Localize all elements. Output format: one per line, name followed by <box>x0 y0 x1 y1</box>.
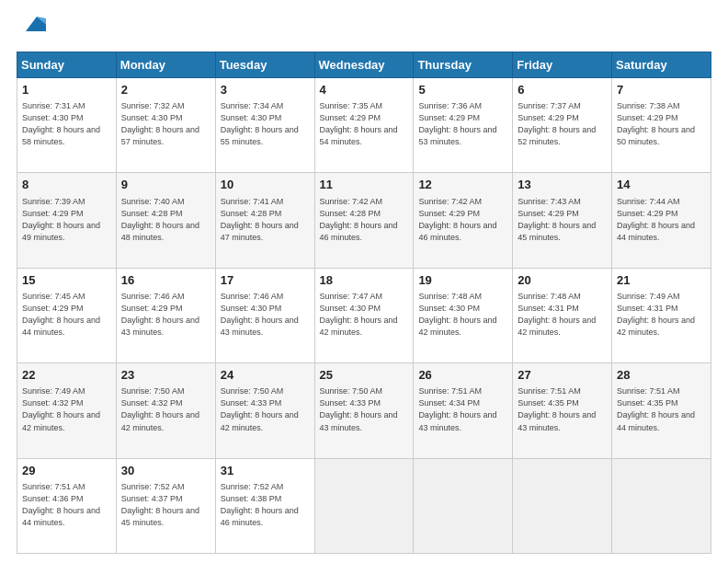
week-row-4: 22Sunrise: 7:49 AMSunset: 4:32 PMDayligh… <box>17 363 711 458</box>
calendar-cell: 21Sunrise: 7:49 AMSunset: 4:31 PMDayligh… <box>612 268 711 362</box>
day-number: 4 <box>320 82 409 98</box>
calendar-cell: 15Sunrise: 7:45 AMSunset: 4:29 PMDayligh… <box>17 268 117 362</box>
day-number: 11 <box>320 177 409 193</box>
day-info: Sunrise: 7:50 AMSunset: 4:33 PMDaylight:… <box>320 385 409 433</box>
day-info: Sunrise: 7:46 AMSunset: 4:29 PMDaylight:… <box>121 291 210 339</box>
logo <box>17 17 48 42</box>
day-number: 26 <box>418 367 507 384</box>
day-number: 24 <box>221 367 310 384</box>
day-number: 22 <box>22 367 111 384</box>
day-number: 6 <box>518 82 607 98</box>
day-number: 17 <box>221 272 310 289</box>
calendar-cell: 18Sunrise: 7:47 AMSunset: 4:30 PMDayligh… <box>314 268 414 362</box>
calendar-cell: 9Sunrise: 7:40 AMSunset: 4:28 PMDaylight… <box>116 173 215 268</box>
col-header-friday: Friday <box>513 52 612 78</box>
day-info: Sunrise: 7:34 AMSunset: 4:30 PMDaylight:… <box>221 100 310 148</box>
day-info: Sunrise: 7:31 AMSunset: 4:30 PMDaylight:… <box>22 100 111 148</box>
day-number: 16 <box>121 272 210 289</box>
day-info: Sunrise: 7:46 AMSunset: 4:30 PMDaylight:… <box>221 291 310 339</box>
calendar-cell: 29Sunrise: 7:51 AMSunset: 4:36 PMDayligh… <box>17 458 117 553</box>
week-row-2: 8Sunrise: 7:39 AMSunset: 4:29 PMDaylight… <box>17 173 711 268</box>
day-number: 30 <box>121 463 210 479</box>
calendar-cell: 3Sunrise: 7:34 AMSunset: 4:30 PMDaylight… <box>215 78 314 173</box>
day-info: Sunrise: 7:37 AMSunset: 4:29 PMDaylight:… <box>518 100 607 148</box>
header <box>17 17 711 42</box>
calendar-cell: 24Sunrise: 7:50 AMSunset: 4:33 PMDayligh… <box>215 363 314 458</box>
day-info: Sunrise: 7:42 AMSunset: 4:29 PMDaylight:… <box>418 196 507 244</box>
day-info: Sunrise: 7:41 AMSunset: 4:28 PMDaylight:… <box>221 196 310 244</box>
calendar-cell <box>513 458 612 553</box>
day-info: Sunrise: 7:44 AMSunset: 4:29 PMDaylight:… <box>617 196 706 244</box>
day-number: 8 <box>22 177 111 193</box>
day-number: 13 <box>518 177 607 193</box>
calendar-cell: 22Sunrise: 7:49 AMSunset: 4:32 PMDayligh… <box>17 363 117 458</box>
col-header-wednesday: Wednesday <box>314 52 414 78</box>
calendar-cell: 6Sunrise: 7:37 AMSunset: 4:29 PMDaylight… <box>513 78 612 173</box>
day-number: 27 <box>518 367 607 384</box>
day-number: 18 <box>320 272 409 289</box>
day-info: Sunrise: 7:52 AMSunset: 4:37 PMDaylight:… <box>121 481 210 529</box>
day-info: Sunrise: 7:51 AMSunset: 4:36 PMDaylight:… <box>22 481 111 529</box>
day-number: 3 <box>221 82 310 98</box>
calendar-cell: 27Sunrise: 7:51 AMSunset: 4:35 PMDayligh… <box>513 363 612 458</box>
day-info: Sunrise: 7:50 AMSunset: 4:33 PMDaylight:… <box>221 385 310 433</box>
day-info: Sunrise: 7:48 AMSunset: 4:30 PMDaylight:… <box>418 291 507 339</box>
calendar-cell: 30Sunrise: 7:52 AMSunset: 4:37 PMDayligh… <box>116 458 215 553</box>
day-number: 21 <box>617 272 706 289</box>
day-number: 28 <box>617 367 706 384</box>
calendar-cell: 23Sunrise: 7:50 AMSunset: 4:32 PMDayligh… <box>116 363 215 458</box>
calendar-header-row: SundayMondayTuesdayWednesdayThursdayFrid… <box>17 52 711 78</box>
day-number: 2 <box>121 82 210 98</box>
calendar-cell: 8Sunrise: 7:39 AMSunset: 4:29 PMDaylight… <box>17 173 117 268</box>
day-info: Sunrise: 7:47 AMSunset: 4:30 PMDaylight:… <box>320 291 409 339</box>
col-header-thursday: Thursday <box>414 52 513 78</box>
day-number: 29 <box>22 463 111 479</box>
day-info: Sunrise: 7:42 AMSunset: 4:28 PMDaylight:… <box>320 196 409 244</box>
day-number: 15 <box>22 272 111 289</box>
calendar-cell: 14Sunrise: 7:44 AMSunset: 4:29 PMDayligh… <box>612 173 711 268</box>
day-number: 25 <box>320 367 409 384</box>
calendar-cell: 13Sunrise: 7:43 AMSunset: 4:29 PMDayligh… <box>513 173 612 268</box>
col-header-monday: Monday <box>116 52 215 78</box>
calendar-cell: 7Sunrise: 7:38 AMSunset: 4:29 PMDaylight… <box>612 78 711 173</box>
day-number: 20 <box>518 272 607 289</box>
calendar-cell: 16Sunrise: 7:46 AMSunset: 4:29 PMDayligh… <box>116 268 215 362</box>
day-info: Sunrise: 7:45 AMSunset: 4:29 PMDaylight:… <box>22 291 111 339</box>
week-row-3: 15Sunrise: 7:45 AMSunset: 4:29 PMDayligh… <box>17 268 711 362</box>
day-number: 10 <box>221 177 310 193</box>
day-number: 12 <box>418 177 507 193</box>
calendar-cell: 11Sunrise: 7:42 AMSunset: 4:28 PMDayligh… <box>314 173 414 268</box>
day-number: 1 <box>22 82 111 98</box>
day-info: Sunrise: 7:49 AMSunset: 4:31 PMDaylight:… <box>617 291 706 339</box>
week-row-1: 1Sunrise: 7:31 AMSunset: 4:30 PMDaylight… <box>17 78 711 173</box>
day-info: Sunrise: 7:50 AMSunset: 4:32 PMDaylight:… <box>121 385 210 433</box>
day-info: Sunrise: 7:48 AMSunset: 4:31 PMDaylight:… <box>518 291 607 339</box>
day-info: Sunrise: 7:39 AMSunset: 4:29 PMDaylight:… <box>22 196 111 244</box>
day-info: Sunrise: 7:38 AMSunset: 4:29 PMDaylight:… <box>617 100 706 148</box>
day-number: 31 <box>221 463 310 479</box>
calendar-cell <box>314 458 414 553</box>
calendar-cell: 5Sunrise: 7:36 AMSunset: 4:29 PMDaylight… <box>414 78 513 173</box>
calendar-cell: 31Sunrise: 7:52 AMSunset: 4:38 PMDayligh… <box>215 458 314 553</box>
calendar-cell: 20Sunrise: 7:48 AMSunset: 4:31 PMDayligh… <box>513 268 612 362</box>
calendar-cell <box>612 458 711 553</box>
calendar-cell <box>414 458 513 553</box>
calendar-cell: 10Sunrise: 7:41 AMSunset: 4:28 PMDayligh… <box>215 173 314 268</box>
day-number: 5 <box>418 82 507 98</box>
day-number: 9 <box>121 177 210 193</box>
day-number: 19 <box>418 272 507 289</box>
calendar-cell: 28Sunrise: 7:51 AMSunset: 4:35 PMDayligh… <box>612 363 711 458</box>
day-info: Sunrise: 7:52 AMSunset: 4:38 PMDaylight:… <box>221 481 310 529</box>
calendar-cell: 19Sunrise: 7:48 AMSunset: 4:30 PMDayligh… <box>414 268 513 362</box>
calendar-cell: 1Sunrise: 7:31 AMSunset: 4:30 PMDaylight… <box>17 78 117 173</box>
calendar-cell: 17Sunrise: 7:46 AMSunset: 4:30 PMDayligh… <box>215 268 314 362</box>
col-header-tuesday: Tuesday <box>215 52 314 78</box>
day-info: Sunrise: 7:40 AMSunset: 4:28 PMDaylight:… <box>121 196 210 244</box>
day-info: Sunrise: 7:51 AMSunset: 4:35 PMDaylight:… <box>617 385 706 433</box>
logo-icon <box>20 11 48 39</box>
calendar-table: SundayMondayTuesdayWednesdayThursdayFrid… <box>17 52 711 554</box>
calendar-cell: 26Sunrise: 7:51 AMSunset: 4:34 PMDayligh… <box>414 363 513 458</box>
day-info: Sunrise: 7:49 AMSunset: 4:32 PMDaylight:… <box>22 385 111 433</box>
day-info: Sunrise: 7:43 AMSunset: 4:29 PMDaylight:… <box>518 196 607 244</box>
calendar-cell: 12Sunrise: 7:42 AMSunset: 4:29 PMDayligh… <box>414 173 513 268</box>
